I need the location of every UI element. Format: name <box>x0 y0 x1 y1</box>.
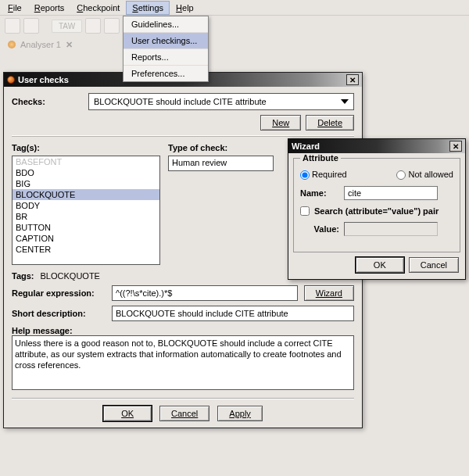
menu-checkpoint[interactable]: Checkpoint <box>70 1 126 15</box>
tab-analyser[interactable]: Analyser 1 <box>20 40 61 49</box>
wizard-ok-button[interactable]: OK <box>356 257 404 273</box>
tab-dot-icon <box>8 41 16 48</box>
wizard-cancel-button[interactable]: Cancel <box>409 257 459 273</box>
help-textarea[interactable] <box>12 335 354 390</box>
wizard-titlebar[interactable]: Wizard ✕ <box>288 139 465 153</box>
ok-button[interactable]: OK <box>103 406 152 421</box>
tag-item[interactable]: BLOCKQUOTE <box>13 189 159 200</box>
tag-item[interactable]: BDO <box>13 167 159 178</box>
checks-label: Checks: <box>12 97 82 106</box>
tags-value-label: Tags: <box>12 271 34 281</box>
tag-item[interactable]: BR <box>13 211 159 222</box>
user-checks-title: User checks <box>18 75 69 84</box>
chevron-down-icon <box>341 99 349 104</box>
tag-item[interactable]: CAPTION <box>13 233 159 244</box>
menu-item-reports[interactable]: Reports... <box>124 49 208 66</box>
regex-label: Regular expression: <box>12 288 106 298</box>
menu-item-guidelines[interactable]: Guidelines... <box>124 16 208 33</box>
type-label: Type of check: <box>168 143 274 152</box>
settings-dropdown: Guidelines... User checkings... Reports.… <box>123 16 209 82</box>
checks-select-value: BLOCKQUOTE should include CITE attribute <box>94 97 267 106</box>
toolbar: TAW mary <box>0 16 469 36</box>
radio-required-label[interactable]: Required <box>300 170 347 180</box>
wizard-button[interactable]: Wizard <box>304 285 354 301</box>
cancel-button[interactable]: Cancel <box>159 406 209 421</box>
tool-taw[interactable]: TAW <box>52 20 82 33</box>
value-label: Value: <box>300 224 339 234</box>
apply-button[interactable]: Apply <box>217 406 263 421</box>
menu-item-preferences[interactable]: Preferences... <box>124 66 208 81</box>
tag-item[interactable]: BIG <box>13 178 159 189</box>
tag-item[interactable]: BASEFONT <box>13 156 159 167</box>
radio-notallowed-label[interactable]: Not allowed <box>396 170 453 180</box>
name-label: Name: <box>300 188 339 198</box>
tool-icon-4[interactable] <box>104 18 120 34</box>
new-button[interactable]: New <box>260 115 301 131</box>
menu-item-user-checkings[interactable]: User checkings... <box>124 33 208 49</box>
checks-select[interactable]: BLOCKQUOTE should include CITE attribute <box>88 93 354 110</box>
search-pair-label: Search (attribute="value") pair <box>314 206 439 216</box>
wizard-title: Wizard <box>292 141 320 151</box>
tool-icon-3[interactable] <box>85 18 101 34</box>
type-value[interactable]: Human review <box>168 156 274 171</box>
menu-file[interactable]: File <box>2 1 28 15</box>
tags-value: BLOCKQUOTE <box>41 271 100 281</box>
short-label: Short description: <box>12 309 106 318</box>
radio-notallowed-text: Not allowed <box>409 170 453 179</box>
menubar: File Reports Checkpoint Settings Help <box>0 0 469 16</box>
tabbar: Analyser 1 ✕ <box>0 36 469 53</box>
tag-item[interactable]: CENTER <box>13 244 159 255</box>
tags-listbox[interactable]: BASEFONTBDOBIGBLOCKQUOTEBODYBRBUTTONCAPT… <box>12 156 160 265</box>
radio-required-text: Required <box>312 170 347 179</box>
help-label: Help message: <box>12 326 354 335</box>
menu-settings[interactable]: Settings <box>126 1 170 15</box>
wizard-dialog: Wizard ✕ Attribute Required Not allowed … <box>288 138 466 280</box>
short-input[interactable] <box>112 306 354 321</box>
radio-required[interactable] <box>300 170 310 180</box>
menu-reports[interactable]: Reports <box>28 1 71 15</box>
search-pair-checkbox[interactable] <box>300 206 310 216</box>
tool-icon-2[interactable] <box>23 18 39 34</box>
tags-label: Tag(s): <box>12 143 160 152</box>
delete-button[interactable]: Delete <box>306 115 354 131</box>
regex-input[interactable] <box>112 285 298 301</box>
close-icon[interactable]: ✕ <box>346 74 359 85</box>
tag-item[interactable]: BODY <box>13 200 159 211</box>
menu-help[interactable]: Help <box>170 1 200 15</box>
radio-not-allowed[interactable] <box>396 170 406 180</box>
tool-icon-1[interactable] <box>5 18 20 34</box>
fieldset-legend: Attribute <box>300 153 341 163</box>
name-input[interactable] <box>344 186 438 200</box>
close-icon[interactable]: ✕ <box>449 141 462 152</box>
attribute-fieldset: Attribute Required Not allowed Name: Sea… <box>293 158 460 252</box>
app-icon <box>7 76 15 84</box>
value-input <box>344 222 438 236</box>
tag-item[interactable]: BUTTON <box>13 222 159 233</box>
tab-close-icon[interactable]: ✕ <box>66 40 73 50</box>
